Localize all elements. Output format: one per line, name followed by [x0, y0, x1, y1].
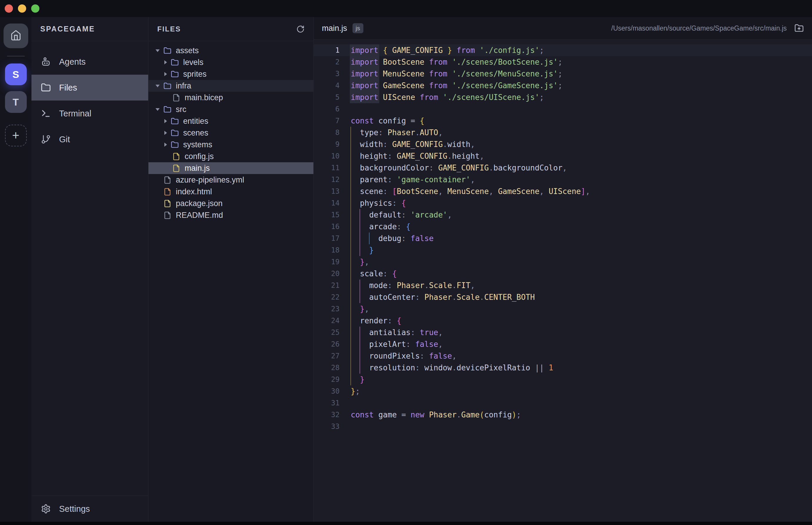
code-line-5[interactable]: 5import UIScene from './scenes/UIScene.j…: [314, 91, 812, 103]
code-line-15[interactable]: 15 default: 'arcade',: [314, 209, 812, 221]
zoom-button[interactable]: [31, 4, 40, 13]
sidebar-item-settings[interactable]: Settings: [31, 496, 148, 522]
chevron-right-icon[interactable]: [164, 131, 167, 135]
code-line-7[interactable]: 7const config = {: [314, 115, 812, 127]
code-token: [351, 316, 360, 325]
code-token: }: [360, 375, 364, 384]
code-token: [415, 116, 420, 125]
tree-item-index.html[interactable]: index.html: [149, 186, 313, 197]
code-token: .: [443, 140, 448, 149]
tree-item-config.js[interactable]: config.js: [149, 150, 313, 162]
refresh-icon[interactable]: [296, 25, 304, 33]
tree-item-entities[interactable]: entities: [149, 115, 313, 127]
code-token: [351, 304, 360, 313]
sidebar-item-terminal[interactable]: Terminal: [31, 101, 148, 126]
tab-filename[interactable]: main.js: [322, 24, 347, 33]
code-token: ,: [448, 210, 452, 219]
code-token: :: [383, 187, 388, 196]
code-line-10[interactable]: 10 height: GAME_CONFIG.height,: [314, 150, 812, 162]
code-line-32[interactable]: 32const game = new Phaser.Game(config);: [314, 409, 812, 421]
code-token: .: [452, 293, 456, 302]
code-line-content: default: 'arcade',: [351, 209, 452, 221]
tree-item-README.md[interactable]: README.md: [149, 209, 313, 221]
tree-item-sprites[interactable]: sprites: [149, 68, 313, 80]
code-token: parent: [360, 175, 388, 184]
code-line-1[interactable]: 1import { GAME_CONFIG } from './config.j…: [314, 44, 812, 56]
chevron-down-icon[interactable]: [155, 108, 160, 111]
tree-item-assets[interactable]: assets: [149, 45, 313, 57]
close-button[interactable]: [5, 4, 13, 13]
tree-item-infra[interactable]: infra: [149, 80, 313, 92]
code-line-29[interactable]: 29 }: [314, 374, 812, 385]
code-line-2[interactable]: 2import BootScene from './scenes/BootSce…: [314, 56, 812, 68]
code-line-17[interactable]: 17 debug: false: [314, 232, 812, 244]
chevron-right-icon[interactable]: [164, 72, 167, 76]
code-line-21[interactable]: 21 mode: Phaser.Scale.FIT,: [314, 280, 812, 291]
code-token: backgroundColor: [360, 163, 429, 172]
code-line-31[interactable]: 31: [314, 397, 812, 409]
code-line-8[interactable]: 8 type: Phaser.AUTO,: [314, 127, 812, 138]
code-line-23[interactable]: 23 },: [314, 303, 812, 315]
code-line-27[interactable]: 27 roundPixels: false,: [314, 350, 812, 362]
tree-item-label: azure-pipelines.yml: [176, 176, 244, 185]
code-line-content: const config = {: [351, 115, 424, 127]
code-token: .: [489, 163, 494, 172]
code-token: :: [388, 281, 392, 290]
minimize-button[interactable]: [18, 4, 26, 13]
chevron-right-icon[interactable]: [164, 142, 167, 147]
code-line-3[interactable]: 3import MenuScene from './scenes/MenuSce…: [314, 68, 812, 80]
code-line-28[interactable]: 28 resolution: window.devicePixelRatio |…: [314, 362, 812, 374]
folder-up-icon[interactable]: [794, 24, 804, 33]
code-token: ,: [470, 140, 475, 149]
app-window: S T + SPACEGAME AgentsFilesTerminalGit S…: [0, 17, 812, 522]
code-line-33[interactable]: 33: [314, 421, 812, 432]
workspace-button-t[interactable]: T: [5, 91, 27, 113]
code-line-22[interactable]: 22 autoCenter: Phaser.Scale.CENTER_BOTH: [314, 291, 812, 303]
tree-item-systems[interactable]: systems: [149, 139, 313, 150]
chevron-down-icon[interactable]: [155, 85, 160, 87]
code-line-18[interactable]: 18 }: [314, 244, 812, 256]
tree-item-levels[interactable]: levels: [149, 57, 313, 68]
code-line-11[interactable]: 11 backgroundColor: GAME_CONFIG.backgrou…: [314, 162, 812, 174]
tree-item-main.js[interactable]: main.js: [149, 162, 313, 174]
chevron-right-icon[interactable]: [164, 60, 167, 64]
code-token: 'arcade': [411, 210, 448, 219]
code-line-25[interactable]: 25 antialias: true,: [314, 327, 812, 338]
code-token: [443, 46, 448, 55]
add-workspace-button[interactable]: +: [5, 125, 27, 146]
code-line-20[interactable]: 20 scale: {: [314, 268, 812, 280]
code-line-30[interactable]: 30};: [314, 385, 812, 397]
indent-guide: [369, 232, 370, 244]
tree-item-azure-pipelines.yml[interactable]: azure-pipelines.yml: [149, 174, 313, 186]
chevron-down-icon[interactable]: [155, 49, 160, 52]
sidebar-item-agents[interactable]: Agents: [31, 49, 148, 75]
tree-item-package.json[interactable]: package.json: [149, 197, 313, 209]
sidebar-item-git[interactable]: Git: [31, 126, 148, 152]
code-line-6[interactable]: 6: [314, 103, 812, 115]
chevron-right-icon[interactable]: [164, 119, 167, 123]
code-line-9[interactable]: 9 width: GAME_CONFIG.width,: [314, 138, 812, 150]
code-editor[interactable]: 1import { GAME_CONFIG } from './config.j…: [314, 40, 812, 432]
window-titlebar: [0, 0, 812, 17]
code-line-26[interactable]: 26 pixelArt: false,: [314, 338, 812, 350]
code-token: [406, 116, 411, 125]
code-token: ;: [356, 387, 360, 396]
code-line-4[interactable]: 4import GameScene from './scenes/GameSce…: [314, 80, 812, 91]
code-line-14[interactable]: 14 physics: {: [314, 197, 812, 209]
code-token: ,: [364, 304, 369, 313]
tree-item-label: package.json: [176, 199, 223, 208]
tree-item-src[interactable]: src: [149, 104, 313, 115]
code-line-24[interactable]: 24 render: {: [314, 315, 812, 327]
home-button[interactable]: [3, 24, 28, 48]
code-token: .: [456, 410, 461, 419]
code-line-13[interactable]: 13 scene: [BootScene, MenuScene, GameSce…: [314, 185, 812, 197]
code-token: }: [351, 387, 356, 396]
folder-icon: [164, 47, 171, 55]
code-line-19[interactable]: 19 },: [314, 256, 812, 268]
tree-item-scenes[interactable]: scenes: [149, 127, 313, 139]
workspace-button-s[interactable]: S: [5, 63, 27, 85]
code-line-12[interactable]: 12 parent: 'game-container',: [314, 174, 812, 185]
code-line-16[interactable]: 16 arcade: {: [314, 221, 812, 232]
sidebar-item-files[interactable]: Files: [31, 75, 148, 101]
tree-item-main.bicep[interactable]: main.bicep: [149, 92, 313, 104]
